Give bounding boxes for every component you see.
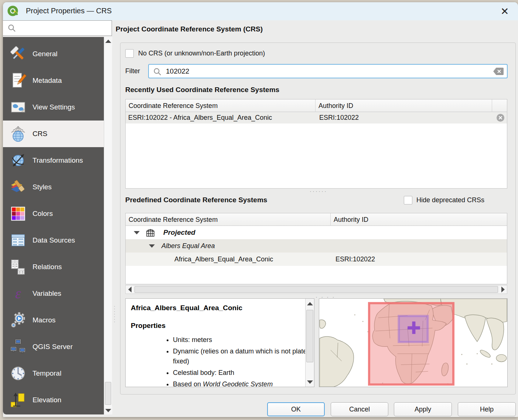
scroll-left-icon[interactable] xyxy=(126,285,134,294)
elevation-arrow-icon xyxy=(10,392,27,409)
ok-button[interactable]: OK xyxy=(267,402,325,416)
sidebar-item-view-settings[interactable]: View Settings xyxy=(3,94,104,121)
table-splitter[interactable]: ······ xyxy=(310,190,327,192)
collapse-arrow-icon[interactable] xyxy=(149,244,155,248)
sidebar-item-label: Macros xyxy=(33,316,55,324)
crs-details-section: Properties xyxy=(131,322,314,330)
qgis-logo-icon xyxy=(7,6,19,17)
crs-details-panel: Africa_Albers_Equal_Area_Conic Propertie… xyxy=(125,298,314,387)
globe-arrows-icon xyxy=(10,152,27,169)
sidebar-item-label: Transformations xyxy=(33,156,83,165)
tree-authority-africa-albers: ESRI:102022 xyxy=(335,255,375,263)
sidebar-item-data-sources[interactable]: Data Sources xyxy=(3,227,104,254)
column-header-crs[interactable]: Coordinate Reference System xyxy=(126,213,331,226)
table-icon xyxy=(10,232,27,249)
sidebar-item-metadata[interactable]: Metadata xyxy=(3,67,104,94)
sidebar-item-transformations[interactable]: Transformations xyxy=(3,147,104,174)
sidebar-item-crs[interactable]: CRS xyxy=(3,121,104,147)
svg-text:ε: ε xyxy=(15,285,21,302)
clock-icon xyxy=(10,365,27,382)
tree-row-projected[interactable]: Projected xyxy=(126,226,507,239)
tree-label-africa-albers: Africa_Albers_Equal_Area_Conic xyxy=(174,255,273,263)
remove-recent-icon[interactable] xyxy=(496,114,505,122)
sidebar-item-label: CRS xyxy=(33,130,47,138)
title-bar[interactable]: Project Properties — CRS ✕ xyxy=(3,2,518,20)
sidebar-search-input[interactable] xyxy=(19,22,108,34)
sidebar-item-temporal[interactable]: Temporal xyxy=(3,360,104,387)
recent-crs-row[interactable]: ESRI:102022 - Africa_Albers_Equal_Area_C… xyxy=(126,112,507,123)
document-pencil-icon xyxy=(10,72,27,89)
hide-deprecated-checkbox[interactable] xyxy=(404,196,412,204)
paintbrush-icon xyxy=(10,179,27,196)
search-icon xyxy=(153,67,162,76)
clear-filter-icon[interactable] xyxy=(493,67,504,75)
sidebar-item-variables[interactable]: ε Variables xyxy=(3,280,104,307)
panel-splitter[interactable]: ······· xyxy=(113,305,116,323)
grid-icon xyxy=(145,227,156,238)
scroll-up-icon[interactable] xyxy=(306,299,314,308)
close-icon[interactable]: ✕ xyxy=(498,5,511,18)
tools-icon xyxy=(10,45,27,62)
details-scrollbar[interactable] xyxy=(305,299,314,387)
help-button[interactable]: Help xyxy=(458,402,516,416)
property-item: Celestial body: Earth xyxy=(173,368,314,378)
predefined-section-title: Predefined Coordinate Reference Systems xyxy=(125,196,267,204)
scroll-down-icon[interactable] xyxy=(104,406,112,414)
no-crs-label: No CRS (or unknown/non-Earth projection) xyxy=(138,50,265,57)
window-title: Project Properties — CRS xyxy=(26,7,112,15)
color-grid-icon xyxy=(10,205,27,222)
tree-label-projected: Projected xyxy=(163,228,195,237)
sidebar-item-colors[interactable]: Colors xyxy=(3,200,104,227)
crs-groupbox: No CRS (or unknown/non-Earth projection)… xyxy=(120,43,516,394)
collapse-arrow-icon[interactable] xyxy=(134,231,140,234)
sidebar-item-styles[interactable]: Styles xyxy=(3,174,104,200)
hscrollbar-thumb[interactable] xyxy=(134,286,498,293)
crs-extent-map-preview xyxy=(319,298,508,387)
gear-play-icon xyxy=(10,312,27,329)
predefined-crs-table: Coordinate Reference System Authority ID… xyxy=(125,213,507,284)
cancel-button[interactable]: Cancel xyxy=(331,402,388,416)
predefined-table-header: Coordinate Reference System Authority ID xyxy=(126,213,507,226)
recent-crs-authority: ESRI:102022 xyxy=(319,114,359,122)
sidebar-item-relations[interactable]: Relations xyxy=(3,254,104,280)
apply-button[interactable]: Apply xyxy=(394,402,452,416)
bottom-splitter[interactable]: · · · · xyxy=(316,296,335,298)
sidebar-item-elevation[interactable]: Elevation xyxy=(3,387,104,413)
tree-label-albers: Albers Equal Area xyxy=(161,242,215,250)
tree-row-africa-albers[interactable]: Africa_Albers_Equal_Area_Conic ESRI:1020… xyxy=(126,253,507,266)
tree-row-albers[interactable]: Albers Equal Area xyxy=(126,239,507,253)
crs-properties-list: Units: meters Dynamic (relies on a datum… xyxy=(173,335,314,387)
sidebar-item-label: Styles xyxy=(33,183,52,191)
sidebar-item-label: View Settings xyxy=(33,103,75,111)
column-header-authority[interactable]: Authority ID xyxy=(331,213,507,226)
sidebar-item-qgis-server[interactable]: QGIS Server xyxy=(3,333,104,360)
sidebar-item-label: General xyxy=(33,50,58,58)
crs-details-title: Africa_Albers_Equal_Area_Conic xyxy=(131,304,314,312)
sidebar-item-label: Metadata xyxy=(33,77,62,85)
predefined-hscrollbar[interactable] xyxy=(125,285,507,294)
recent-crs-table: Coordinate Reference System Authority ID… xyxy=(125,99,507,189)
map-view-icon xyxy=(10,99,27,116)
column-header-crs[interactable]: Coordinate Reference System xyxy=(126,99,316,112)
sidebar-item-general[interactable]: General xyxy=(3,41,104,67)
sidebar-search[interactable] xyxy=(3,20,112,36)
sidebar-item-label: Elevation xyxy=(33,396,61,404)
sidebar-item-label: QGIS Server xyxy=(33,343,73,351)
globe-net-icon xyxy=(10,125,27,142)
world-map xyxy=(319,299,507,387)
sidebar-item-macros[interactable]: Macros xyxy=(3,307,104,333)
sidebar-item-label: Relations xyxy=(33,263,62,271)
scrollbar-thumb[interactable] xyxy=(105,382,111,405)
filter-label: Filter xyxy=(125,67,140,75)
column-header-remove xyxy=(492,99,507,112)
scroll-up-icon[interactable] xyxy=(104,37,112,45)
sidebar-item-label: Temporal xyxy=(33,369,61,377)
filter-input[interactable] xyxy=(148,64,508,78)
details-scrollbar-thumb[interactable] xyxy=(306,310,313,362)
scroll-right-icon[interactable] xyxy=(499,285,507,294)
sidebar-scrollbar[interactable] xyxy=(104,37,112,414)
property-item: Units: meters xyxy=(173,335,314,345)
no-crs-checkbox[interactable] xyxy=(125,49,134,58)
scroll-down-icon[interactable] xyxy=(306,378,314,386)
column-header-authority[interactable]: Authority ID xyxy=(316,99,492,112)
